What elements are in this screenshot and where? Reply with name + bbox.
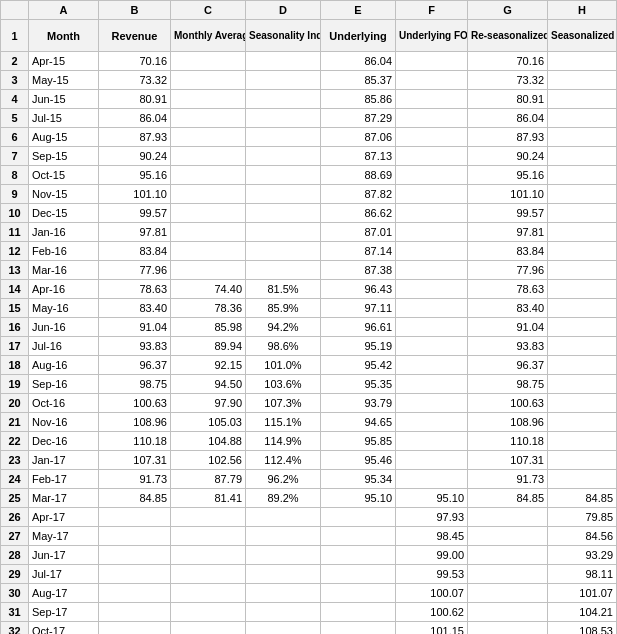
cell-underlying: 87.29 [321, 109, 396, 128]
cell-under-fc [396, 90, 468, 109]
cell-under-fc [396, 356, 468, 375]
cell-underlying: 95.10 [321, 489, 396, 508]
row-num: 17 [1, 337, 29, 356]
row-num: 8 [1, 166, 29, 185]
cell-seas-idx: 112.4% [246, 451, 321, 470]
header-underlying: Underlying [321, 20, 396, 52]
table-row: 27May-1798.4584.56 [1, 527, 617, 546]
cell-monthly-avg: 78.36 [171, 299, 246, 318]
cell-re-seas: 101.10 [468, 185, 548, 204]
cell-revenue: 101.10 [99, 185, 171, 204]
cell-seas-fc [548, 242, 617, 261]
row-num: 24 [1, 470, 29, 489]
cell-seas-idx: 98.6% [246, 337, 321, 356]
row-num: 16 [1, 318, 29, 337]
row-num: 18 [1, 356, 29, 375]
cell-re-seas: 107.31 [468, 451, 548, 470]
cell-seas-fc [548, 128, 617, 147]
table-row: 30Aug-17100.07101.07 [1, 584, 617, 603]
cell-monthly-avg: 92.15 [171, 356, 246, 375]
row-num: 23 [1, 451, 29, 470]
cell-month: Apr-16 [29, 280, 99, 299]
cell-under-fc: 99.00 [396, 546, 468, 565]
table-row: 6Aug-1587.9387.0687.93 [1, 128, 617, 147]
row-num: 20 [1, 394, 29, 413]
cell-underlying: 87.38 [321, 261, 396, 280]
row-num: 15 [1, 299, 29, 318]
cell-month: Jul-15 [29, 109, 99, 128]
cell-month: Oct-17 [29, 622, 99, 635]
cell-re-seas: 100.63 [468, 394, 548, 413]
table-row: 9Nov-15101.1087.82101.10 [1, 185, 617, 204]
cell-monthly-avg: 89.94 [171, 337, 246, 356]
row-num: 6 [1, 128, 29, 147]
cell-seas-fc [548, 413, 617, 432]
cell-seas-idx [246, 128, 321, 147]
table-row: 20Oct-16100.6397.90107.3%93.79100.63 [1, 394, 617, 413]
cell-underlying: 95.19 [321, 337, 396, 356]
cell-under-fc: 100.62 [396, 603, 468, 622]
cell-under-fc [396, 299, 468, 318]
cell-under-fc [396, 109, 468, 128]
table-row: 24Feb-1791.7387.7996.2%95.3491.73 [1, 470, 617, 489]
cell-seas-fc: 84.56 [548, 527, 617, 546]
col-letter-b: B [99, 1, 171, 20]
header-re-seas: Re-seasonalized [468, 20, 548, 52]
cell-seas-idx: 96.2% [246, 470, 321, 489]
cell-monthly-avg [171, 147, 246, 166]
cell-monthly-avg [171, 90, 246, 109]
cell-seas-fc: 98.11 [548, 565, 617, 584]
col-letter-d: D [246, 1, 321, 20]
cell-seas-idx [246, 71, 321, 90]
cell-revenue [99, 622, 171, 635]
cell-underlying: 95.46 [321, 451, 396, 470]
cell-revenue: 97.81 [99, 223, 171, 242]
cell-under-fc [396, 470, 468, 489]
cell-revenue: 78.63 [99, 280, 171, 299]
cell-monthly-avg [171, 242, 246, 261]
cell-re-seas [468, 584, 548, 603]
row-num: 32 [1, 622, 29, 635]
cell-seas-fc: 79.85 [548, 508, 617, 527]
cell-month: Jan-17 [29, 451, 99, 470]
cell-under-fc [396, 52, 468, 71]
cell-seas-fc [548, 451, 617, 470]
cell-re-seas: 87.93 [468, 128, 548, 147]
cell-under-fc [396, 223, 468, 242]
cell-seas-idx [246, 584, 321, 603]
cell-month: Feb-17 [29, 470, 99, 489]
cell-month: Dec-15 [29, 204, 99, 223]
cell-revenue: 100.63 [99, 394, 171, 413]
cell-month: May-15 [29, 71, 99, 90]
cell-monthly-avg [171, 128, 246, 147]
cell-seas-idx [246, 147, 321, 166]
cell-seas-idx [246, 508, 321, 527]
cell-monthly-avg: 87.79 [171, 470, 246, 489]
cell-revenue [99, 527, 171, 546]
cell-seas-idx [246, 622, 321, 635]
cell-month: Jun-16 [29, 318, 99, 337]
cell-revenue: 91.73 [99, 470, 171, 489]
cell-re-seas: 80.91 [468, 90, 548, 109]
cell-revenue: 80.91 [99, 90, 171, 109]
cell-monthly-avg [171, 166, 246, 185]
cell-re-seas [468, 622, 548, 635]
cell-month: Aug-16 [29, 356, 99, 375]
cell-revenue: 98.75 [99, 375, 171, 394]
cell-seas-idx: 89.2% [246, 489, 321, 508]
cell-revenue: 73.32 [99, 71, 171, 90]
cell-re-seas: 108.96 [468, 413, 548, 432]
table-row: 7Sep-1590.2487.1390.24 [1, 147, 617, 166]
cell-seas-idx: 81.5% [246, 280, 321, 299]
cell-seas-idx: 94.2% [246, 318, 321, 337]
cell-re-seas: 73.32 [468, 71, 548, 90]
cell-monthly-avg: 81.41 [171, 489, 246, 508]
cell-under-fc [396, 242, 468, 261]
row-num: 10 [1, 204, 29, 223]
cell-underlying [321, 565, 396, 584]
table-row: 19Sep-1698.7594.50103.6%95.3598.75 [1, 375, 617, 394]
cell-underlying [321, 546, 396, 565]
cell-monthly-avg [171, 261, 246, 280]
cell-revenue: 90.24 [99, 147, 171, 166]
cell-re-seas [468, 546, 548, 565]
